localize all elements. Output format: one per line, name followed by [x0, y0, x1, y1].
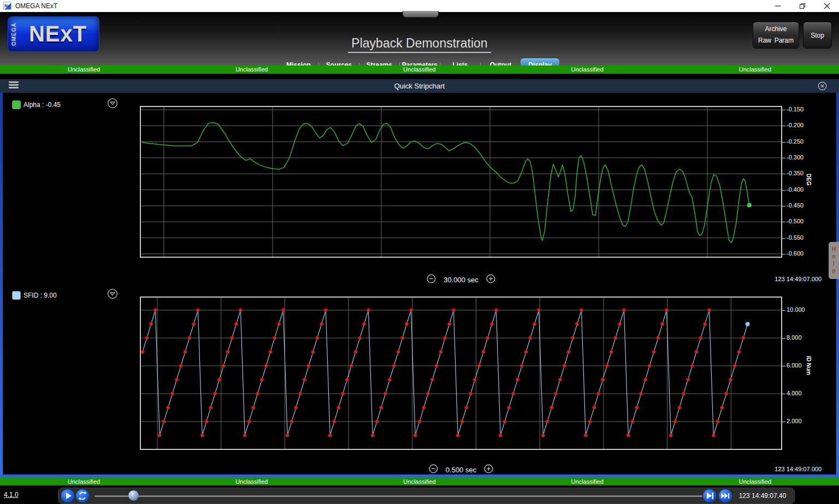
sfid-range-increase-button[interactable]: [484, 464, 493, 475]
chevron-down-circle-icon: [107, 288, 118, 299]
axis-tick: [782, 338, 785, 339]
classification-label: Unclassified: [504, 66, 671, 74]
axis-tick: [782, 110, 785, 110]
alpha-ytick-label: -0.600: [787, 250, 816, 257]
window-titlebar: Nx OMEGA NExT: [0, 0, 839, 12]
alpha-timestamp: 123 14:49:07.000: [726, 276, 822, 282]
axis-tick: [782, 190, 785, 191]
alpha-ytick-label: -0.400: [787, 186, 816, 193]
sfid-ytick-label: 4.000: [787, 390, 816, 396]
alpha-legend-swatch: [12, 100, 21, 109]
restore-icon: [799, 3, 806, 9]
alpha-ytick-label: -0.500: [787, 218, 816, 224]
stripchart-close-button[interactable]: [818, 81, 827, 93]
classification-label: Unclassified: [671, 66, 839, 74]
sfid-ytick-label: 6.000: [787, 362, 816, 369]
alpha-ytick-label: -0.200: [787, 122, 816, 128]
loop-icon: [76, 489, 89, 502]
alpha-chart-plot[interactable]: [140, 106, 782, 258]
axis-tick: [782, 422, 785, 422]
alpha-legend-label: Alpha : -0.45: [23, 101, 61, 109]
axis-tick: [782, 222, 785, 222]
plus-circle-icon: [486, 274, 495, 283]
sfid-timestamp: 123 14:49:07.000: [726, 466, 822, 472]
transport-bar: 4.1.0 123 14:49:07.40: [0, 485, 839, 504]
app-header: Playback Demonstration MissionSourcesStr…: [0, 12, 839, 66]
sfid-range-value: 0.500 sec: [446, 466, 476, 474]
play-icon: [61, 489, 74, 502]
skip-forward-icon: [703, 489, 716, 502]
chevron-down-circle-icon: [107, 98, 118, 109]
window-grip-handle[interactable]: [403, 11, 439, 17]
transport-controls: 123 14:49:07.40: [58, 488, 795, 504]
alpha-range-decrease-button[interactable]: [427, 274, 436, 285]
classification-label: Unclassified: [0, 66, 168, 74]
sfid-range-decrease-button[interactable]: [429, 464, 438, 475]
omega-next-logo: OMEGA NExT: [8, 16, 99, 52]
plus-circle-icon: [484, 464, 493, 473]
minimize-icon: [775, 3, 781, 9]
axis-tick: [782, 174, 785, 174]
alpha-ytick-label: -0.350: [787, 170, 816, 176]
stop-button[interactable]: Stop: [803, 22, 832, 49]
page-title: Playback Demonstration: [348, 36, 491, 53]
axis-tick: [782, 206, 785, 206]
axis-tick: [782, 142, 785, 143]
alpha-ytick-label: -0.250: [787, 138, 816, 145]
minus-circle-icon: [427, 274, 436, 283]
classification-label: Unclassified: [335, 66, 503, 74]
classification-label: Unclassified: [0, 478, 168, 485]
alpha-range-value: 30.000 sec: [444, 276, 478, 284]
loop-button[interactable]: [76, 489, 89, 502]
alpha-ytick-label: -0.300: [787, 154, 816, 161]
sfid-ytick-label: 10.000: [787, 306, 816, 313]
app-icon: Nx: [3, 2, 11, 10]
stripchart-header: Quick Stripchart: [0, 79, 839, 93]
alpha-ytick-label: -0.550: [787, 234, 816, 241]
alpha-ytick-label: -0.150: [787, 106, 816, 112]
window-border-left: [0, 79, 3, 475]
sfid-ytick-label: 8.000: [787, 334, 816, 341]
alpha-options-button[interactable]: [107, 98, 118, 111]
archive-button[interactable]: Archive: [753, 25, 799, 33]
archive-button-group: Archive Raw Param: [753, 22, 799, 49]
window-title: OMEGA NExT: [15, 0, 57, 12]
raw-button[interactable]: Raw: [758, 37, 771, 44]
close-icon: [824, 3, 830, 9]
axis-tick: [782, 238, 785, 239]
classification-banner-bottom: UnclassifiedUnclassifiedUnclassifiedUncl…: [0, 478, 839, 485]
classification-label: Unclassified: [168, 66, 335, 74]
alpha-range-increase-button[interactable]: [486, 274, 495, 285]
play-button[interactable]: [61, 489, 74, 502]
omega-next-app: Nx OMEGA NExT Playback Demonstration Mis…: [0, 0, 839, 504]
current-time-display: 123 14:49:07.40: [732, 488, 793, 503]
fast-forward-to-end-button[interactable]: [719, 489, 732, 502]
sfid-chart-plot[interactable]: [140, 297, 782, 450]
sfid-legend-label: SFID : 9.00: [23, 292, 57, 299]
timeline-slider-thumb[interactable]: [128, 490, 139, 501]
step-to-end-button[interactable]: [703, 489, 716, 502]
classification-label: Unclassified: [671, 478, 839, 485]
logo-omega-text: OMEGA: [11, 20, 17, 49]
axis-tick: [782, 254, 785, 254]
sfid-ytick-label: 2.000: [787, 418, 816, 424]
fast-forward-icon: [719, 489, 732, 502]
sfid-legend-swatch: [12, 291, 21, 300]
param-button[interactable]: Param: [775, 37, 794, 44]
alpha-ytick-label: -0.450: [787, 202, 816, 209]
restore-button[interactable]: [790, 0, 814, 12]
circle-x-icon: [818, 81, 827, 91]
close-button[interactable]: [814, 0, 839, 12]
classification-label: Unclassified: [168, 478, 335, 485]
classification-label: Unclassified: [504, 478, 671, 485]
classification-banner-top: UnclassifiedUnclassifiedUnclassifiedUncl…: [0, 66, 839, 74]
axis-tick: [782, 158, 785, 158]
minimize-button[interactable]: [765, 0, 790, 12]
axis-tick: [782, 310, 785, 311]
sfid-options-button[interactable]: [107, 288, 118, 301]
help-tab[interactable]: Help: [829, 242, 839, 279]
logo-next-text: NExT: [17, 22, 99, 46]
timeline-slider-track[interactable]: [94, 495, 702, 497]
classification-label: Unclassified: [335, 478, 503, 485]
version-label: 4.1.0: [4, 491, 19, 499]
